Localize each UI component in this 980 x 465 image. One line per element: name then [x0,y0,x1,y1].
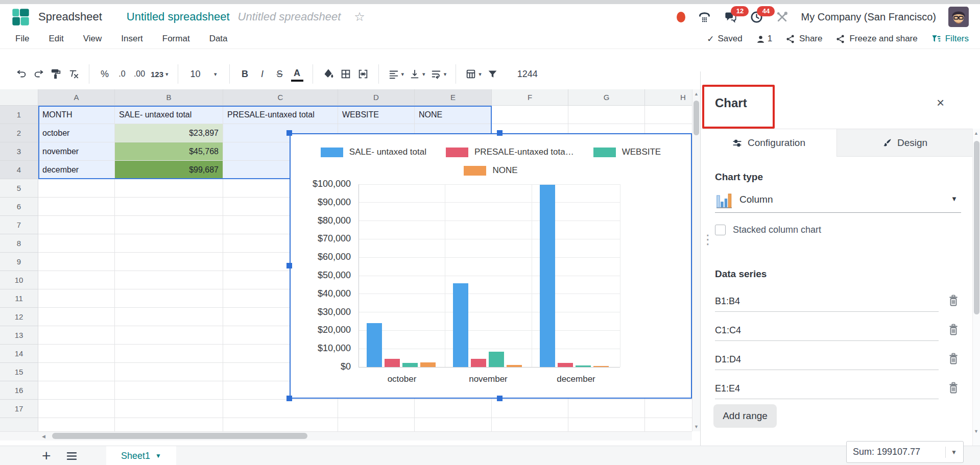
cell-B5[interactable] [115,179,223,198]
fill-color-button[interactable] [322,65,334,83]
scroll-up-arrow[interactable]: ▲ [974,131,978,136]
row-header-4[interactable]: 4 [0,161,38,179]
cell-A9[interactable] [38,253,115,271]
cell-A15[interactable] [38,363,115,381]
chart-resize-handle-top-left[interactable] [286,130,292,136]
column-header-E[interactable]: E [415,89,492,106]
tab-configuration[interactable]: Configuration [701,129,836,157]
row-header-2[interactable]: 2 [0,124,38,142]
cell-H18[interactable] [645,418,692,431]
row-header-7[interactable]: 7 [0,216,38,234]
tools-wrench-icon[interactable] [776,11,788,23]
voip-phone-icon[interactable] [698,10,711,24]
scroll-down-arrow[interactable]: ▼ [694,424,699,429]
cell-C1[interactable]: PRESALE-untaxed total [223,106,338,124]
cell-B15[interactable] [115,363,223,381]
horizontal-align-menu[interactable]: ▾ [388,65,404,83]
cell-B3[interactable]: $45,768 [115,142,223,161]
chart-type-select[interactable]: Column ▼ [715,189,961,213]
cell-B14[interactable] [115,345,223,363]
aggregate-sum-box[interactable]: Sum: 199107.77 ▼ [846,441,964,463]
chart-resize-handle-bottom-left[interactable] [286,396,292,401]
grid-horizontal-scrollbar[interactable]: ◀ [0,431,692,440]
row-header-6[interactable]: 6 [0,198,38,216]
add-range-button[interactable]: Add range [713,404,777,428]
cell-A12[interactable] [38,308,115,326]
delete-range-icon[interactable] [947,294,961,308]
user-avatar[interactable] [948,7,969,27]
undo-button[interactable] [15,65,28,83]
cell-D17[interactable] [338,400,415,418]
collaborators-indicator[interactable]: 1 [756,34,772,44]
cell-A3[interactable]: november [38,142,115,161]
column-header-B[interactable]: B [115,89,223,106]
select-all-corner[interactable] [0,89,38,106]
increase-decimal-button[interactable]: .00 [133,65,146,83]
column-header-F[interactable]: F [492,89,568,106]
grid-vertical-scrollbar[interactable]: ▲ ▼ [692,89,700,431]
insert-table-menu[interactable]: ▾ [465,65,482,83]
cell-C18[interactable] [223,418,338,431]
embedded-chart-figure[interactable]: SALE- untaxed totalPRESALE-untaxed tota…… [290,133,692,399]
bold-button[interactable]: B [239,65,251,83]
cell-A5[interactable] [38,179,115,198]
scroll-up-arrow[interactable]: ▲ [694,91,699,96]
format-percent-button[interactable]: % [99,65,111,83]
cell-G18[interactable] [568,418,645,431]
cell-B7[interactable] [115,216,223,234]
italic-button[interactable]: I [256,65,269,83]
cell-B11[interactable] [115,289,223,308]
company-switcher[interactable]: My Company (San Francisco) [801,11,936,23]
cell-F1[interactable] [492,106,568,124]
cell-B9[interactable] [115,253,223,271]
cell-B18[interactable] [115,418,223,431]
sheet-tab[interactable]: Sheet1 ▼ [106,446,176,465]
row-header-13[interactable]: 13 [0,326,38,345]
cell-C17[interactable] [223,400,338,418]
strikethrough-button[interactable]: S [274,65,286,83]
panel-scroll-thumb[interactable] [974,141,979,314]
hscroll-thumb[interactable] [52,433,307,439]
tab-design[interactable]: Design [836,129,972,157]
row-header-18[interactable] [0,418,38,431]
scroll-left-arrow[interactable]: ◀ [42,434,45,439]
borders-button[interactable] [340,65,352,83]
cell-B16[interactable] [115,381,223,400]
filters-button[interactable]: Filters [931,34,969,44]
column-header-G[interactable]: G [568,89,645,106]
cell-A14[interactable] [38,345,115,363]
cell-B12[interactable] [115,308,223,326]
row-header-10[interactable]: 10 [0,271,38,289]
cell-B8[interactable] [115,234,223,253]
cell-D18[interactable] [338,418,415,431]
doc-title-placeholder[interactable]: Untitled spreadsheet [238,10,341,23]
row-header-16[interactable]: 16 [0,381,38,400]
column-header-A[interactable]: A [38,89,115,106]
doc-title[interactable]: Untitled spreadsheet [127,10,230,23]
text-color-button[interactable]: A [291,66,303,82]
menu-data[interactable]: Data [209,34,228,44]
number-format-menu[interactable]: 123▾ [151,65,169,83]
delete-range-icon[interactable] [947,352,961,366]
chart-resize-handle-left-mid[interactable] [286,263,292,268]
cell-H17[interactable] [645,400,692,418]
decrease-decimal-button[interactable]: .0 [116,65,128,83]
cell-D1[interactable]: WEBSITE [338,106,415,124]
delete-range-icon[interactable] [947,381,961,396]
add-sheet-button[interactable]: + [42,446,51,465]
font-size-select[interactable]: 10▾ [187,65,220,83]
chart-resize-handle-bottom-mid[interactable] [497,396,503,401]
cell-B10[interactable] [115,271,223,289]
cell-A18[interactable] [38,418,115,431]
row-header-12[interactable]: 12 [0,308,38,326]
cell-A7[interactable] [38,216,115,234]
cell-F18[interactable] [492,418,568,431]
menu-file[interactable]: File [15,34,29,44]
panel-drag-handle[interactable]: ⋮ [701,234,714,245]
cell-E1[interactable]: NONE [415,106,492,124]
column-header-C[interactable]: C [223,89,338,106]
cell-A8[interactable] [38,234,115,253]
cell-A13[interactable] [38,326,115,345]
cell-B4[interactable]: $99,687 [115,161,223,179]
cell-A4[interactable]: december [38,161,115,179]
